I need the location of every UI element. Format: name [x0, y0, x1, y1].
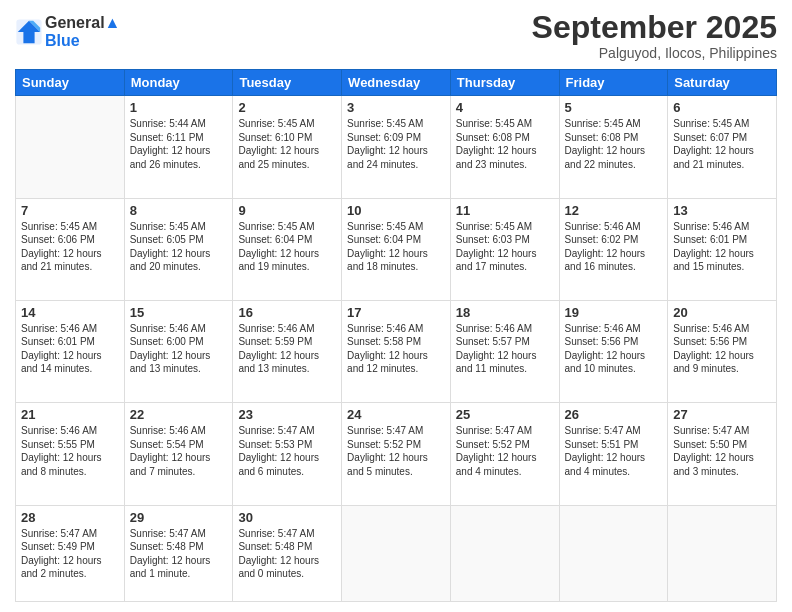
calendar-cell: 10Sunrise: 5:45 AMSunset: 6:04 PMDayligh… [342, 198, 451, 300]
calendar-cell: 15Sunrise: 5:46 AMSunset: 6:00 PMDayligh… [124, 300, 233, 402]
calendar-cell [450, 505, 559, 601]
day-number: 21 [21, 407, 119, 422]
cell-info: Sunrise: 5:46 AMSunset: 5:58 PMDaylight:… [347, 322, 445, 376]
cell-info: Sunrise: 5:45 AMSunset: 6:03 PMDaylight:… [456, 220, 554, 274]
cell-info: Sunrise: 5:47 AMSunset: 5:52 PMDaylight:… [347, 424, 445, 478]
calendar-cell: 20Sunrise: 5:46 AMSunset: 5:56 PMDayligh… [668, 300, 777, 402]
calendar-cell: 25Sunrise: 5:47 AMSunset: 5:52 PMDayligh… [450, 403, 559, 505]
day-number: 22 [130, 407, 228, 422]
calendar-cell [668, 505, 777, 601]
day-number: 29 [130, 510, 228, 525]
cell-info: Sunrise: 5:46 AMSunset: 5:57 PMDaylight:… [456, 322, 554, 376]
cell-info: Sunrise: 5:45 AMSunset: 6:09 PMDaylight:… [347, 117, 445, 171]
cell-info: Sunrise: 5:45 AMSunset: 6:06 PMDaylight:… [21, 220, 119, 274]
day-number: 6 [673, 100, 771, 115]
day-number: 3 [347, 100, 445, 115]
day-number: 7 [21, 203, 119, 218]
cell-info: Sunrise: 5:46 AMSunset: 5:59 PMDaylight:… [238, 322, 336, 376]
calendar-cell: 12Sunrise: 5:46 AMSunset: 6:02 PMDayligh… [559, 198, 668, 300]
calendar-cell: 9Sunrise: 5:45 AMSunset: 6:04 PMDaylight… [233, 198, 342, 300]
cell-info: Sunrise: 5:45 AMSunset: 6:07 PMDaylight:… [673, 117, 771, 171]
cell-info: Sunrise: 5:45 AMSunset: 6:04 PMDaylight:… [238, 220, 336, 274]
location-subtitle: Palguyod, Ilocos, Philippines [532, 45, 777, 61]
day-number: 28 [21, 510, 119, 525]
calendar-cell: 8Sunrise: 5:45 AMSunset: 6:05 PMDaylight… [124, 198, 233, 300]
logo-text: General▲ Blue [45, 14, 120, 50]
day-number: 17 [347, 305, 445, 320]
calendar-cell: 13Sunrise: 5:46 AMSunset: 6:01 PMDayligh… [668, 198, 777, 300]
day-number: 15 [130, 305, 228, 320]
logo: General▲ Blue [15, 14, 120, 50]
cell-info: Sunrise: 5:45 AMSunset: 6:04 PMDaylight:… [347, 220, 445, 274]
calendar-cell [16, 96, 125, 198]
calendar-cell: 27Sunrise: 5:47 AMSunset: 5:50 PMDayligh… [668, 403, 777, 505]
cell-info: Sunrise: 5:46 AMSunset: 6:01 PMDaylight:… [673, 220, 771, 274]
day-number: 20 [673, 305, 771, 320]
day-number: 30 [238, 510, 336, 525]
cell-info: Sunrise: 5:47 AMSunset: 5:50 PMDaylight:… [673, 424, 771, 478]
logo-icon [15, 18, 43, 46]
calendar-cell: 3Sunrise: 5:45 AMSunset: 6:09 PMDaylight… [342, 96, 451, 198]
day-number: 13 [673, 203, 771, 218]
day-number: 14 [21, 305, 119, 320]
calendar-cell: 18Sunrise: 5:46 AMSunset: 5:57 PMDayligh… [450, 300, 559, 402]
day-number: 9 [238, 203, 336, 218]
col-tuesday: Tuesday [233, 70, 342, 96]
cell-info: Sunrise: 5:46 AMSunset: 6:02 PMDaylight:… [565, 220, 663, 274]
cell-info: Sunrise: 5:46 AMSunset: 5:56 PMDaylight:… [673, 322, 771, 376]
col-monday: Monday [124, 70, 233, 96]
col-sunday: Sunday [16, 70, 125, 96]
cell-info: Sunrise: 5:47 AMSunset: 5:52 PMDaylight:… [456, 424, 554, 478]
cell-info: Sunrise: 5:46 AMSunset: 6:01 PMDaylight:… [21, 322, 119, 376]
calendar-cell: 19Sunrise: 5:46 AMSunset: 5:56 PMDayligh… [559, 300, 668, 402]
calendar-cell: 1Sunrise: 5:44 AMSunset: 6:11 PMDaylight… [124, 96, 233, 198]
calendar-cell: 14Sunrise: 5:46 AMSunset: 6:01 PMDayligh… [16, 300, 125, 402]
calendar-header-row: Sunday Monday Tuesday Wednesday Thursday… [16, 70, 777, 96]
col-saturday: Saturday [668, 70, 777, 96]
col-wednesday: Wednesday [342, 70, 451, 96]
cell-info: Sunrise: 5:45 AMSunset: 6:08 PMDaylight:… [456, 117, 554, 171]
cell-info: Sunrise: 5:46 AMSunset: 6:00 PMDaylight:… [130, 322, 228, 376]
calendar-cell: 4Sunrise: 5:45 AMSunset: 6:08 PMDaylight… [450, 96, 559, 198]
page: General▲ Blue September 2025 Palguyod, I… [0, 0, 792, 612]
calendar-table: Sunday Monday Tuesday Wednesday Thursday… [15, 69, 777, 602]
day-number: 23 [238, 407, 336, 422]
calendar-cell: 29Sunrise: 5:47 AMSunset: 5:48 PMDayligh… [124, 505, 233, 601]
calendar-cell: 16Sunrise: 5:46 AMSunset: 5:59 PMDayligh… [233, 300, 342, 402]
calendar-cell [342, 505, 451, 601]
calendar-cell: 5Sunrise: 5:45 AMSunset: 6:08 PMDaylight… [559, 96, 668, 198]
day-number: 1 [130, 100, 228, 115]
month-title: September 2025 [532, 10, 777, 45]
day-number: 16 [238, 305, 336, 320]
day-number: 2 [238, 100, 336, 115]
calendar-cell [559, 505, 668, 601]
day-number: 12 [565, 203, 663, 218]
calendar-cell: 22Sunrise: 5:46 AMSunset: 5:54 PMDayligh… [124, 403, 233, 505]
calendar-cell: 23Sunrise: 5:47 AMSunset: 5:53 PMDayligh… [233, 403, 342, 505]
day-number: 4 [456, 100, 554, 115]
col-friday: Friday [559, 70, 668, 96]
cell-info: Sunrise: 5:45 AMSunset: 6:08 PMDaylight:… [565, 117, 663, 171]
day-number: 19 [565, 305, 663, 320]
col-thursday: Thursday [450, 70, 559, 96]
cell-info: Sunrise: 5:47 AMSunset: 5:48 PMDaylight:… [130, 527, 228, 581]
day-number: 26 [565, 407, 663, 422]
cell-info: Sunrise: 5:44 AMSunset: 6:11 PMDaylight:… [130, 117, 228, 171]
cell-info: Sunrise: 5:47 AMSunset: 5:48 PMDaylight:… [238, 527, 336, 581]
calendar-cell: 30Sunrise: 5:47 AMSunset: 5:48 PMDayligh… [233, 505, 342, 601]
day-number: 27 [673, 407, 771, 422]
day-number: 8 [130, 203, 228, 218]
calendar-cell: 6Sunrise: 5:45 AMSunset: 6:07 PMDaylight… [668, 96, 777, 198]
day-number: 11 [456, 203, 554, 218]
day-number: 25 [456, 407, 554, 422]
calendar-cell: 17Sunrise: 5:46 AMSunset: 5:58 PMDayligh… [342, 300, 451, 402]
cell-info: Sunrise: 5:47 AMSunset: 5:49 PMDaylight:… [21, 527, 119, 581]
header: General▲ Blue September 2025 Palguyod, I… [15, 10, 777, 61]
cell-info: Sunrise: 5:47 AMSunset: 5:53 PMDaylight:… [238, 424, 336, 478]
cell-info: Sunrise: 5:46 AMSunset: 5:55 PMDaylight:… [21, 424, 119, 478]
cell-info: Sunrise: 5:45 AMSunset: 6:10 PMDaylight:… [238, 117, 336, 171]
calendar-cell: 26Sunrise: 5:47 AMSunset: 5:51 PMDayligh… [559, 403, 668, 505]
day-number: 18 [456, 305, 554, 320]
calendar-cell: 7Sunrise: 5:45 AMSunset: 6:06 PMDaylight… [16, 198, 125, 300]
cell-info: Sunrise: 5:46 AMSunset: 5:54 PMDaylight:… [130, 424, 228, 478]
